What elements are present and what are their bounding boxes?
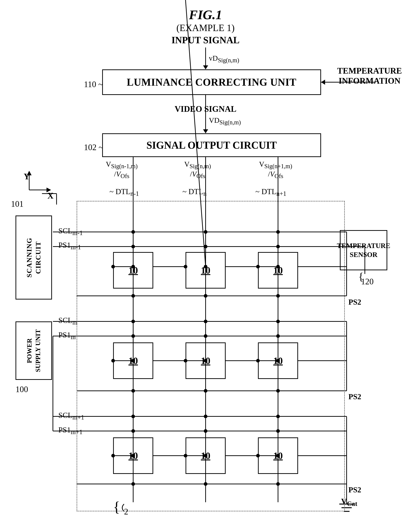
luminance-correcting-unit-label: LUMINANCE CORRECTING UNIT (127, 76, 296, 88)
figure-title: FIG.1 (EXAMPLE 1) (176, 7, 235, 33)
vd-signal-second: VDSig(n,m) (209, 116, 241, 126)
dtl-n-1-label: ~ DTLn-1 (110, 187, 139, 197)
signal-output-circuit-box: SIGNAL OUTPUT CIRCUIT (102, 133, 321, 157)
label-110: 110 ~ (84, 79, 103, 89)
label-120-brace: { (358, 270, 364, 283)
vcat-label: VCat (341, 497, 357, 508)
ps1-m-1-label: PS1m-1 (58, 241, 81, 251)
x-axis-label: X (47, 191, 54, 200)
scanning-circuit-label: SCANNINGCIRCUIT (25, 238, 43, 278)
ps2-label-2: PS2 (348, 392, 361, 401)
label-102: 102 ~ (84, 142, 103, 152)
figure-title-sub: (EXAMPLE 1) (176, 22, 235, 33)
col1-header: VSig(n-1,m)/VOfs (106, 160, 137, 180)
ps2-label-1: PS2 (348, 298, 361, 306)
luminance-correcting-unit-box: LUMINANCE CORRECTING UNIT (102, 69, 321, 95)
ps2-label-3: PS2 (348, 485, 361, 494)
vd-signal-top: vDSig(n,m) (209, 54, 239, 64)
video-signal-label: VIDEO SIGNAL (174, 104, 237, 114)
pixel-cell-r2-c2: 10 (185, 342, 226, 379)
pixel-cell-r1-c1: 10 (113, 252, 153, 289)
label-2: 2 (124, 507, 128, 516)
power-supply-label: POWERSUPPLY UNIT (25, 329, 42, 372)
dtl-n1-label: ~ DTLn+1 (256, 187, 286, 197)
col3-header: VSig(n+1,m)/VOfs (259, 160, 292, 180)
figure-title-main: FIG.1 (176, 7, 235, 22)
power-supply-box: POWERSUPPLY UNIT (16, 322, 52, 380)
col2-header: VSig(n,m)/VOfs (184, 160, 211, 180)
pixel-cell-r3-c1: 10 (113, 437, 153, 474)
pixel-cell-r2-c3: 10 (258, 342, 298, 379)
diagram-container: FIG.1 (EXAMPLE 1) INPUT SIGNAL vDSig(n,m… (0, 0, 411, 532)
ps1-m-label: PS1m (58, 331, 76, 341)
svg-marker-3 (203, 129, 208, 133)
pixel-cell-r3-c3: 10 (258, 437, 298, 474)
input-signal-label: INPUT SIGNAL (172, 35, 239, 46)
scanning-circuit-box: SCANNINGCIRCUIT (16, 216, 52, 300)
temperature-sensor-box: TEMPERATURESENSOR (340, 230, 387, 270)
label-100: 100 (16, 384, 28, 394)
pixel-cell-r1-c3: 10 (258, 252, 298, 289)
pixel-cell-r1-c2: 10 (185, 252, 226, 289)
dtl-n-label: ~ DTLn (183, 187, 207, 197)
pixel-cell-r2-c1: 10 (113, 342, 153, 379)
y-axis-label: Y (24, 172, 30, 181)
label-2-brace: { (113, 499, 120, 515)
signal-output-label: SIGNAL OUTPUT CIRCUIT (146, 139, 277, 151)
svg-marker-5 (321, 80, 325, 85)
svg-marker-1 (203, 65, 208, 69)
scl-m-1-label: SCLm-1 (58, 227, 83, 237)
ps1-m1-label: PS1m+1 (58, 426, 82, 436)
label-101: 101 (11, 199, 24, 209)
temperature-info-label: TEMPERATUREINFORMATION (337, 66, 402, 86)
scl-m1-label: SCLm+1 (58, 411, 84, 421)
pixel-cell-r3-c2: 10 (185, 437, 226, 474)
temperature-sensor-label: TEMPERATURESENSOR (337, 241, 390, 259)
scl-m-label: SCLm (58, 316, 77, 326)
